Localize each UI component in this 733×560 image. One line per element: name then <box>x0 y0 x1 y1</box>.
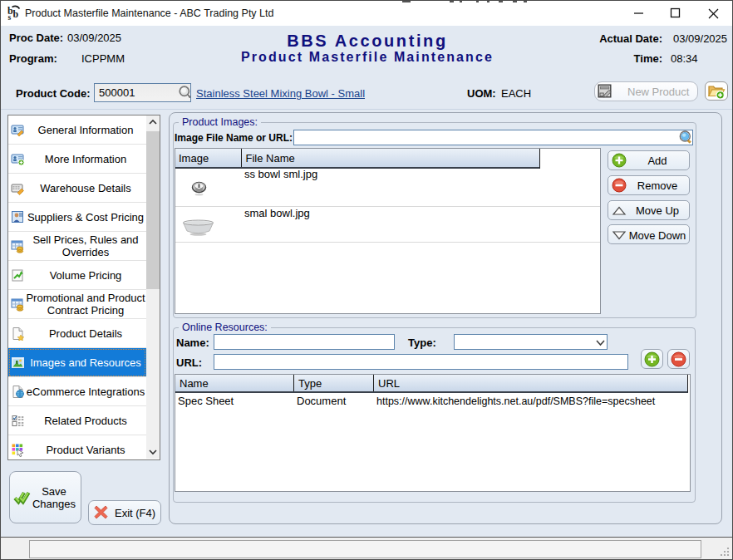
svg-text:s: s <box>8 13 12 21</box>
svg-text:b: b <box>13 8 19 20</box>
